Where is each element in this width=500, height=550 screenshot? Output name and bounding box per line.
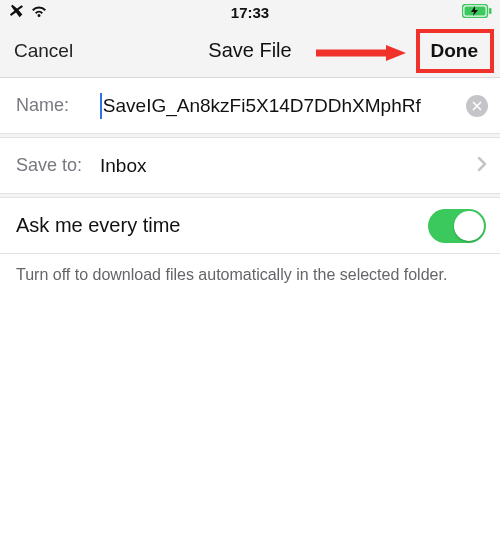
clear-text-button[interactable] [466,95,488,117]
chevron-right-icon [476,155,488,177]
nav-bar: Cancel Save File Done [0,24,500,78]
save-to-row[interactable]: Save to: Inbox [0,138,500,194]
name-row[interactable]: Name: [0,78,500,134]
cancel-button[interactable]: Cancel [14,40,73,62]
battery-charging-icon [462,4,492,21]
save-to-value: Inbox [100,155,476,177]
save-to-label: Save to: [16,155,100,176]
close-icon [472,101,482,111]
toggle-knob [454,211,484,241]
ask-every-time-label: Ask me every time [16,214,428,237]
svg-marker-4 [386,45,406,61]
name-label: Name: [16,95,100,116]
status-bar: 17:33 [0,0,500,24]
ask-every-time-row: Ask me every time [0,198,500,254]
ask-every-time-toggle[interactable] [428,209,486,243]
airplane-mode-icon [8,3,24,22]
wifi-icon [30,4,48,21]
name-input[interactable] [103,95,460,117]
footer-help-text: Turn off to download files automatically… [0,254,500,296]
annotation-arrow-icon [316,45,406,61]
text-cursor [100,93,102,119]
status-time: 17:33 [158,4,342,21]
svg-rect-2 [489,8,492,14]
done-button[interactable]: Done [423,34,487,68]
